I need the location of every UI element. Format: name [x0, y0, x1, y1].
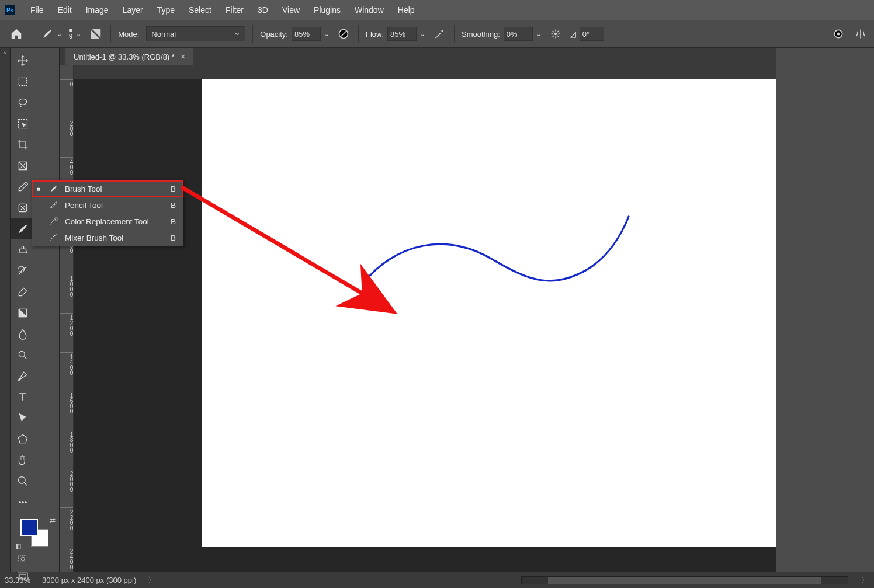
ruler-tick: 200 — [60, 119, 74, 136]
menu-bar: Ps File Edit Image Layer Type Select Fil… — [0, 0, 874, 20]
foreground-color-swatch[interactable] — [20, 519, 38, 536]
default-colors-icon[interactable]: ◧ — [15, 542, 21, 550]
brush-preset-picker[interactable]: 9 ⌄ — [69, 29, 81, 39]
document-area: Untitled-1 @ 33.3% (RGB/8) * × -600-400-… — [60, 48, 776, 572]
swap-colors-icon[interactable]: ⇄ — [50, 516, 56, 524]
tool-preset-picker[interactable]: ⌄ — [41, 28, 62, 40]
scroll-right-icon[interactable]: 〉 — [860, 575, 869, 586]
flyout-brush-tool[interactable]: ■ Brush Tool B — [32, 180, 183, 197]
lasso-tool[interactable] — [11, 92, 35, 113]
brush-size-value: 9 — [69, 33, 72, 39]
ruler-tick: 2400 — [60, 547, 74, 569]
canvas[interactable] — [202, 79, 776, 547]
document-title: Untitled-1 @ 33.3% (RGB/8) * — [74, 53, 175, 61]
mixer-brush-icon — [48, 233, 59, 242]
opacity-label: Opacity: — [260, 30, 288, 39]
flyout-mixer-brush-tool[interactable]: Mixer Brush Tool B — [32, 229, 183, 246]
ruler-tick: 2200 — [60, 507, 74, 530]
status-bar: 33.33% 3000 px x 2400 px (300 ppi) 〉 〉 — [0, 572, 874, 588]
ruler-tick: 1000 — [60, 274, 74, 297]
move-tool[interactable] — [11, 50, 35, 71]
smoothing-options-button[interactable] — [548, 26, 563, 41]
smoothing-label: Smoothing: — [462, 30, 500, 39]
frame-tool[interactable] — [11, 155, 35, 176]
divider — [454, 25, 455, 43]
menu-plugins[interactable]: Plugins — [307, 0, 348, 20]
marquee-tool[interactable] — [11, 71, 35, 92]
object-select-tool[interactable] — [11, 113, 35, 134]
menu-file[interactable]: File — [23, 0, 51, 20]
angle-input[interactable] — [580, 27, 604, 41]
svg-point-3 — [554, 33, 557, 36]
menu-layer[interactable]: Layer — [116, 0, 150, 20]
menu-3d[interactable]: 3D — [251, 0, 275, 20]
zoom-tool[interactable] — [11, 471, 35, 492]
options-bar: ⌄ 9 ⌄ Mode: Normal Opacity: ⌄ Flow: ⌄ Sm… — [0, 20, 874, 48]
quickmask-toggle[interactable] — [11, 550, 35, 568]
document-tab[interactable]: Untitled-1 @ 33.3% (RGB/8) * × — [65, 48, 193, 65]
flyout-color-replacement-tool[interactable]: Color Replacement Tool B — [32, 213, 183, 229]
close-tab-icon[interactable]: × — [181, 52, 185, 61]
blend-mode-select[interactable]: Normal — [146, 26, 245, 41]
menu-edit[interactable]: Edit — [51, 0, 79, 20]
menu-filter[interactable]: Filter — [218, 0, 251, 20]
right-panel-area — [776, 48, 874, 572]
menu-help[interactable]: Help — [391, 0, 422, 20]
divider — [34, 25, 34, 43]
history-brush-tool[interactable] — [11, 260, 35, 281]
collapsed-panel-strip[interactable]: ‹‹ — [0, 48, 11, 572]
flow-input[interactable] — [387, 27, 417, 41]
svg-point-16 — [19, 502, 21, 503]
edit-toolbar-button[interactable] — [11, 492, 35, 513]
ruler-tick: 2000 — [60, 469, 74, 492]
app-logo: Ps — [5, 5, 15, 15]
menu-window[interactable]: Window — [348, 0, 391, 20]
brush-settings-toggle[interactable] — [88, 26, 103, 41]
type-tool[interactable] — [11, 387, 35, 408]
canvas-viewport[interactable] — [74, 79, 776, 572]
gradient-tool[interactable] — [11, 302, 35, 323]
dodge-tool[interactable] — [11, 345, 35, 366]
svg-point-7 — [19, 99, 26, 105]
shape-tool[interactable] — [11, 429, 35, 450]
brush-stroke — [202, 79, 776, 547]
info-chevron-icon[interactable]: 〉 — [148, 575, 155, 586]
airbrush-toggle[interactable] — [432, 26, 447, 41]
smoothing-input[interactable] — [504, 27, 533, 41]
svg-point-20 — [21, 557, 25, 561]
tools-panel: ⇄ ◧ — [11, 48, 60, 572]
eraser-tool[interactable] — [11, 281, 35, 302]
svg-marker-14 — [19, 435, 27, 443]
divider — [358, 25, 359, 43]
svg-point-15 — [19, 477, 26, 484]
ruler-tick: 400 — [60, 157, 74, 175]
crop-tool[interactable] — [11, 134, 35, 155]
blur-tool[interactable] — [11, 323, 35, 345]
divider — [110, 25, 111, 43]
brush-icon — [48, 184, 59, 193]
flyout-pencil-tool[interactable]: Pencil Tool B — [32, 197, 183, 213]
menu-image[interactable]: Image — [79, 0, 116, 20]
ruler-tick: 1400 — [60, 352, 74, 375]
vertical-ruler[interactable]: 0200400600800100012001400160018002000220… — [60, 79, 74, 572]
ruler-tick: 0 — [60, 79, 74, 86]
menu-select[interactable]: Select — [182, 0, 218, 20]
opacity-pressure-toggle[interactable] — [336, 26, 351, 41]
svg-point-13 — [18, 379, 19, 381]
zoom-level[interactable]: 33.33% — [5, 576, 30, 584]
hand-tool[interactable] — [11, 450, 35, 471]
pen-tool[interactable] — [11, 366, 35, 387]
path-select-tool[interactable] — [11, 408, 35, 429]
horizontal-scrollbar[interactable] — [521, 576, 848, 584]
opacity-input[interactable] — [292, 27, 321, 41]
menu-view[interactable]: View — [275, 0, 307, 20]
svg-point-5 — [837, 33, 840, 36]
angle-icon: ◿ — [570, 30, 576, 39]
size-pressure-toggle[interactable] — [831, 26, 846, 41]
home-button[interactable] — [6, 25, 27, 43]
color-swatches: ⇄ ◧ — [11, 516, 59, 550]
document-info[interactable]: 3000 px x 2400 px (300 ppi) — [42, 576, 136, 584]
menu-type[interactable]: Type — [150, 0, 182, 20]
symmetry-toggle[interactable] — [853, 26, 868, 41]
divider — [252, 25, 253, 43]
